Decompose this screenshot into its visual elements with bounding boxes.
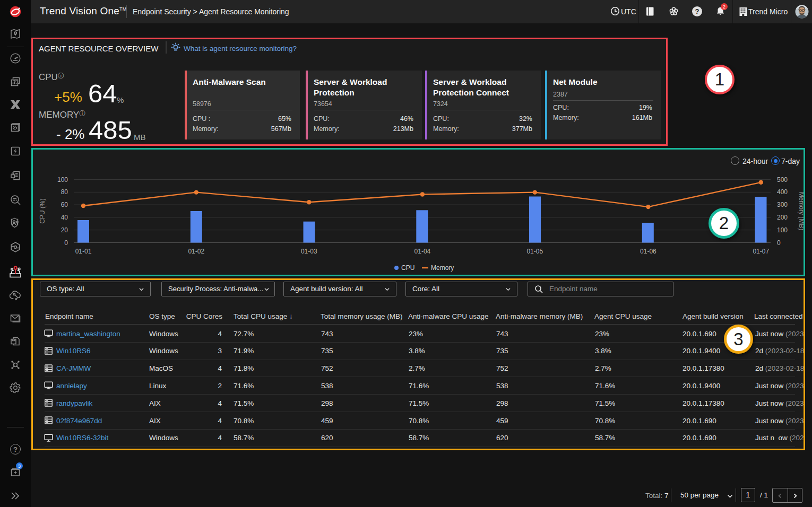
svg-text:Memory (MB): Memory (MB)	[798, 192, 804, 231]
svg-text:CPU (%): CPU (%)	[39, 198, 46, 223]
svg-text:20: 20	[61, 226, 68, 234]
svg-text:0: 0	[64, 239, 68, 247]
svg-text:01-06: 01-06	[640, 248, 656, 255]
svg-text:CPU: CPU	[401, 264, 414, 272]
svg-text:200: 200	[777, 214, 788, 221]
svg-text:500: 500	[777, 176, 788, 183]
svg-text:01-03: 01-03	[301, 248, 317, 255]
svg-text:60: 60	[61, 201, 68, 208]
svg-text:01-01: 01-01	[75, 248, 92, 255]
svg-text:01-04: 01-04	[414, 248, 431, 255]
svg-text:40: 40	[61, 214, 68, 221]
svg-text:80: 80	[61, 188, 68, 196]
svg-text:100: 100	[777, 226, 788, 234]
svg-text:100: 100	[57, 176, 68, 183]
svg-text:01-05: 01-05	[526, 248, 543, 255]
svg-text:0: 0	[777, 239, 781, 247]
svg-text:400: 400	[777, 188, 788, 196]
svg-text:300: 300	[777, 201, 788, 208]
svg-text:01-02: 01-02	[188, 248, 204, 255]
svg-text:Memory: Memory	[431, 264, 454, 272]
svg-text:01-07: 01-07	[753, 248, 769, 255]
